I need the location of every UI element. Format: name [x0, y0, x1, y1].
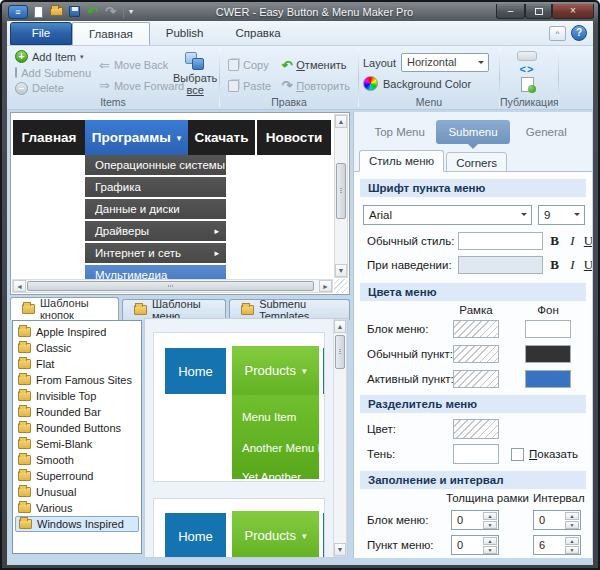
folder-item[interactable]: Flat	[15, 356, 139, 372]
segment-general[interactable]: General	[510, 120, 583, 144]
scroll-up-button[interactable]: ▲	[335, 115, 347, 128]
folder-item[interactable]: Classic	[15, 340, 139, 356]
publish-code-button[interactable]: <>	[520, 63, 535, 75]
redo-qat-button[interactable]: ↷	[103, 5, 118, 19]
undo-qat-button[interactable]: ↶	[85, 5, 100, 19]
folder-item[interactable]: From Famous Sites	[15, 372, 139, 388]
font-family-select[interactable]: Arial	[363, 205, 532, 225]
template-card[interactable]: Home Products ▾	[153, 498, 325, 558]
publish-disabled-button[interactable]	[517, 51, 537, 61]
spin-up-button[interactable]: ▲	[565, 537, 579, 545]
folder-item[interactable]: Rounded Buttons	[15, 420, 139, 436]
close-button[interactable]: ×	[552, 4, 594, 19]
scrollbar-thumb[interactable]	[27, 281, 314, 291]
normal-item-bg-swatch[interactable]	[525, 345, 571, 363]
spin-down-button[interactable]: ▼	[483, 546, 497, 554]
folder-item-selected[interactable]: Windows Inspired	[15, 516, 139, 532]
active-item-frame-swatch[interactable]	[453, 370, 499, 388]
divider-color-swatch[interactable]	[453, 419, 499, 439]
folder-item[interactable]: Semi-Blank	[15, 436, 139, 452]
new-file-button[interactable]	[31, 5, 46, 19]
tab-help[interactable]: Справка	[220, 22, 297, 45]
segment-submenu[interactable]: Submenu	[436, 120, 509, 144]
dropdown-item[interactable]: Данные и диски	[85, 199, 226, 219]
italic-toggle[interactable]: I	[565, 255, 580, 275]
scrollbar-thumb[interactable]	[335, 335, 345, 369]
scroll-up-button[interactable]: ▲	[334, 320, 346, 333]
layout-select[interactable]: Horizontal	[401, 53, 489, 72]
maximize-button[interactable]	[525, 4, 552, 19]
font-size-select[interactable]: 9	[538, 205, 585, 225]
dropdown-item[interactable]: Операционные системы	[85, 155, 226, 175]
dropdown-item[interactable]: Графика	[85, 177, 226, 197]
open-file-button[interactable]	[49, 5, 64, 19]
folder-item[interactable]: Smooth	[15, 452, 139, 468]
delete-button[interactable]: − Delete	[11, 80, 95, 96]
item-border-width-spinner[interactable]: 0 ▲▼	[451, 535, 499, 555]
italic-toggle[interactable]: I	[565, 231, 580, 251]
item-spacing-spinner[interactable]: 6 ▲▼	[533, 535, 581, 555]
paste-button[interactable]: Paste	[224, 76, 277, 97]
tab-menu-templates[interactable]: Шаблоны меню	[122, 299, 226, 320]
menu-item[interactable]: Главная	[13, 120, 85, 155]
show-divider-checkbox[interactable]	[511, 448, 524, 461]
spin-up-button[interactable]: ▲	[565, 512, 579, 520]
select-all-button[interactable]: Выбрать все	[173, 49, 217, 96]
folder-item[interactable]: Unusual	[15, 484, 139, 500]
scroll-down-button[interactable]: ▼	[335, 264, 347, 277]
move-forward-button[interactable]: ⇒ Move Forward	[95, 76, 171, 97]
scrollbar-thumb[interactable]	[336, 163, 346, 219]
folder-item[interactable]: Various	[15, 500, 139, 516]
minimize-button[interactable]: –	[496, 4, 525, 19]
designer-vscrollbar[interactable]: ▲ ▼	[334, 114, 348, 278]
scroll-left-button[interactable]: ◄	[13, 280, 26, 292]
folder-item[interactable]: Superround	[15, 468, 139, 484]
tab-file[interactable]: File	[10, 22, 72, 45]
add-submenu-button[interactable]: Add Submenu	[11, 65, 95, 81]
spin-down-button[interactable]: ▼	[565, 521, 579, 529]
folder-item[interactable]: Invisible Top	[15, 388, 139, 404]
menu-item[interactable]: Новости	[257, 120, 331, 155]
spin-up-button[interactable]: ▲	[483, 537, 497, 545]
move-back-button[interactable]: ⇐ Move Back	[95, 55, 171, 76]
underline-toggle[interactable]: U	[581, 231, 592, 251]
segment-top-menu[interactable]: Top Menu	[363, 120, 436, 144]
copy-button[interactable]: Copy	[224, 55, 277, 76]
spin-up-button[interactable]: ▲	[483, 512, 497, 520]
bold-toggle[interactable]: B	[547, 255, 562, 275]
menu-block-frame-swatch[interactable]	[453, 320, 499, 338]
divider-shadow-swatch[interactable]	[453, 444, 499, 464]
spin-down-button[interactable]: ▼	[565, 546, 579, 554]
redo-button[interactable]: ↷ Повторить	[277, 76, 354, 97]
scroll-right-button[interactable]: ►	[319, 280, 332, 292]
tab-button-templates[interactable]: Шаблоны кнопок	[10, 297, 119, 320]
tab-corners[interactable]: Corners	[446, 152, 507, 172]
block-border-width-spinner[interactable]: 0 ▲▼	[451, 510, 499, 530]
menu-item-active[interactable]: Программы ▾	[85, 120, 188, 155]
spin-down-button[interactable]: ▼	[483, 521, 497, 529]
dropdown-item[interactable]: Драйверы▸	[85, 221, 226, 241]
tab-menu-style[interactable]: Стиль меню	[359, 150, 444, 172]
menu-block-bg-swatch[interactable]	[525, 320, 571, 338]
undo-button[interactable]: ↶ Отменить	[277, 55, 354, 76]
tab-publish[interactable]: Publish	[150, 22, 220, 45]
bold-toggle[interactable]: B	[547, 231, 562, 251]
resize-grip[interactable]	[334, 279, 348, 293]
scroll-down-button[interactable]: ▼	[334, 543, 346, 556]
collapse-ribbon-button[interactable]: ^	[549, 26, 566, 41]
dropdown-item[interactable]: Интернет и сеть▸	[85, 243, 226, 263]
publish-page-button[interactable]	[521, 77, 534, 92]
add-item-button[interactable]: + Add Item ▾	[11, 49, 95, 65]
tab-submenu-templates[interactable]: Submenu Templates	[229, 299, 350, 320]
underline-toggle[interactable]: U	[581, 255, 592, 275]
template-card[interactable]: Home Products ▾ Menu Item Another Menu I…	[153, 332, 325, 482]
folder-item[interactable]: Apple Inspired	[15, 324, 139, 340]
normal-item-frame-swatch[interactable]	[453, 345, 499, 363]
background-color-button[interactable]: Background Color	[363, 73, 489, 94]
designer-hscrollbar[interactable]: ◄ ►	[12, 279, 333, 293]
help-button[interactable]: ?	[571, 25, 587, 41]
hover-style-color-swatch[interactable]	[458, 256, 543, 274]
templates-vscrollbar[interactable]: ▲ ▼	[333, 319, 347, 557]
active-item-bg-swatch[interactable]	[525, 370, 571, 388]
folder-item[interactable]: Rounded Bar	[15, 404, 139, 420]
